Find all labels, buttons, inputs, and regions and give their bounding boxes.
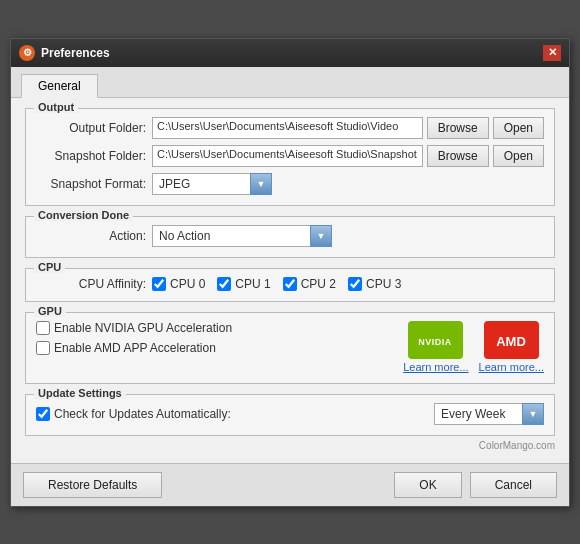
cpu-affinity-row: CPU Affinity: CPU 0 CPU 1 CPU 2 CPU 3 — [36, 277, 544, 291]
snapshot-format-dropdown-wrap: JPEG PNG BMP ▼ — [152, 173, 272, 195]
bottom-bar: Restore Defaults OK Cancel — [11, 463, 569, 506]
snapshot-format-row: Snapshot Format: JPEG PNG BMP ▼ — [36, 173, 544, 195]
output-folder-label: Output Folder: — [36, 121, 146, 135]
action-select[interactable]: No Action Open Output Folder Shut Down H… — [152, 225, 332, 247]
cpu2-label: CPU 2 — [301, 277, 336, 291]
conversion-done-section: Conversion Done Action: No Action Open O… — [25, 216, 555, 258]
output-legend: Output — [34, 101, 78, 113]
action-dropdown-wrap: No Action Open Output Folder Shut Down H… — [152, 225, 332, 247]
nvidia-learn-more[interactable]: Learn more... — [403, 361, 468, 373]
svg-text:AMD: AMD — [496, 334, 526, 349]
check-updates-checkbox[interactable] — [36, 407, 50, 421]
update-section: Update Settings Check for Updates Automa… — [25, 394, 555, 436]
snapshot-folder-browse-button[interactable]: Browse — [427, 145, 489, 167]
gpu-legend: GPU — [34, 305, 66, 317]
amd-logo-item: AMD Learn more... — [479, 321, 544, 373]
output-folder-input[interactable]: C:\Users\User\Documents\Aiseesoft Studio… — [152, 117, 423, 139]
output-folder-row: Output Folder: C:\Users\User\Documents\A… — [36, 117, 544, 139]
snapshot-folder-label: Snapshot Folder: — [36, 149, 146, 163]
nvidia-logo: NVIDIA — [408, 321, 463, 359]
gpu-checkboxes: Enable NVIDIA GPU Acceleration Enable AM… — [36, 321, 403, 355]
ok-button[interactable]: OK — [394, 472, 461, 498]
footer-right-buttons: OK Cancel — [394, 472, 557, 498]
output-folder-browse-button[interactable]: Browse — [427, 117, 489, 139]
preferences-window: ⚙ Preferences ✕ General Output Output Fo… — [10, 38, 570, 507]
snapshot-format-select[interactable]: JPEG PNG BMP — [152, 173, 272, 195]
nvidia-row: Enable NVIDIA GPU Acceleration — [36, 321, 403, 335]
gpu-section: GPU Enable NVIDIA GPU Acceleration — [25, 312, 555, 384]
amd-logo: AMD — [484, 321, 539, 359]
window-title: Preferences — [41, 46, 543, 60]
tab-general[interactable]: General — [21, 74, 98, 98]
gpu-inner: Enable NVIDIA GPU Acceleration Enable AM… — [36, 321, 544, 373]
action-label: Action: — [36, 229, 146, 243]
cpu0-label: CPU 0 — [170, 277, 205, 291]
cpu3-label: CPU 3 — [366, 277, 401, 291]
amd-row: Enable AMD APP Acceleration — [36, 341, 403, 355]
tab-bar: General — [11, 67, 569, 98]
cpu2-checkbox-label[interactable]: CPU 2 — [283, 277, 336, 291]
cpu3-checkbox[interactable] — [348, 277, 362, 291]
cpu1-checkbox-label[interactable]: CPU 1 — [217, 277, 270, 291]
cpu1-checkbox[interactable] — [217, 277, 231, 291]
update-legend: Update Settings — [34, 387, 126, 399]
update-row: Check for Updates Automatically: Every W… — [36, 403, 544, 425]
svg-text:NVIDIA: NVIDIA — [419, 337, 453, 347]
cpu-section: CPU CPU Affinity: CPU 0 CPU 1 CPU 2 CPU … — [25, 268, 555, 302]
output-section: Output Output Folder: C:\Users\User\Docu… — [25, 108, 555, 206]
nvidia-label: Enable NVIDIA GPU Acceleration — [54, 321, 232, 335]
amd-learn-more[interactable]: Learn more... — [479, 361, 544, 373]
cpu3-checkbox-label[interactable]: CPU 3 — [348, 277, 401, 291]
nvidia-checkbox[interactable] — [36, 321, 50, 335]
restore-defaults-button[interactable]: Restore Defaults — [23, 472, 162, 498]
nvidia-logo-svg: NVIDIA — [413, 325, 458, 355]
amd-logo-svg: AMD — [489, 325, 534, 355]
check-updates-checkbox-label[interactable]: Check for Updates Automatically: — [36, 407, 231, 421]
watermark: ColorMango.com — [479, 440, 555, 451]
conversion-done-legend: Conversion Done — [34, 209, 133, 221]
amd-checkbox[interactable] — [36, 341, 50, 355]
update-frequency-dropdown-wrap: Every Week Every Day Every Month Never ▼ — [434, 403, 544, 425]
cpu1-label: CPU 1 — [235, 277, 270, 291]
update-frequency-select[interactable]: Every Week Every Day Every Month Never — [434, 403, 544, 425]
cpu-legend: CPU — [34, 261, 65, 273]
cpu-affinity-label: CPU Affinity: — [36, 277, 146, 291]
gpu-logos: NVIDIA Learn more... AMD — [403, 321, 544, 373]
output-folder-open-button[interactable]: Open — [493, 117, 544, 139]
amd-label: Enable AMD APP Acceleration — [54, 341, 216, 355]
snapshot-folder-input[interactable]: C:\Users\User\Documents\Aiseesoft Studio… — [152, 145, 423, 167]
window-icon: ⚙ — [19, 45, 35, 61]
snapshot-folder-row: Snapshot Folder: C:\Users\User\Documents… — [36, 145, 544, 167]
check-updates-label: Check for Updates Automatically: — [54, 407, 231, 421]
cpu2-checkbox[interactable] — [283, 277, 297, 291]
cancel-button[interactable]: Cancel — [470, 472, 557, 498]
cpu0-checkbox[interactable] — [152, 277, 166, 291]
amd-checkbox-label[interactable]: Enable AMD APP Acceleration — [36, 341, 216, 355]
cpu0-checkbox-label[interactable]: CPU 0 — [152, 277, 205, 291]
nvidia-checkbox-label[interactable]: Enable NVIDIA GPU Acceleration — [36, 321, 232, 335]
nvidia-logo-item: NVIDIA Learn more... — [403, 321, 468, 373]
title-bar: ⚙ Preferences ✕ — [11, 39, 569, 67]
content-wrap: Output Output Folder: C:\Users\User\Docu… — [11, 98, 569, 506]
snapshot-folder-open-button[interactable]: Open — [493, 145, 544, 167]
action-row: Action: No Action Open Output Folder Shu… — [36, 225, 544, 247]
main-content: Output Output Folder: C:\Users\User\Docu… — [11, 98, 569, 463]
close-button[interactable]: ✕ — [543, 45, 561, 61]
snapshot-format-label: Snapshot Format: — [36, 177, 146, 191]
